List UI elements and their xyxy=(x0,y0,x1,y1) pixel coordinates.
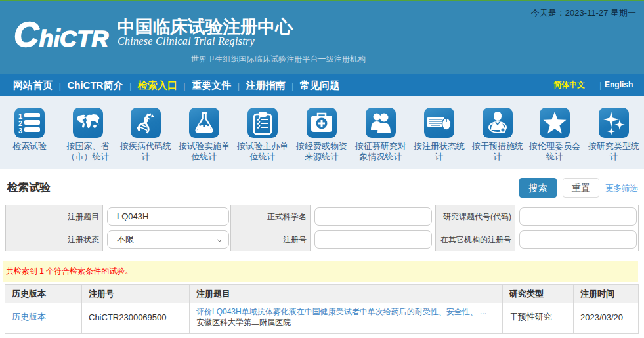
svg-text:3: 3 xyxy=(18,127,22,134)
